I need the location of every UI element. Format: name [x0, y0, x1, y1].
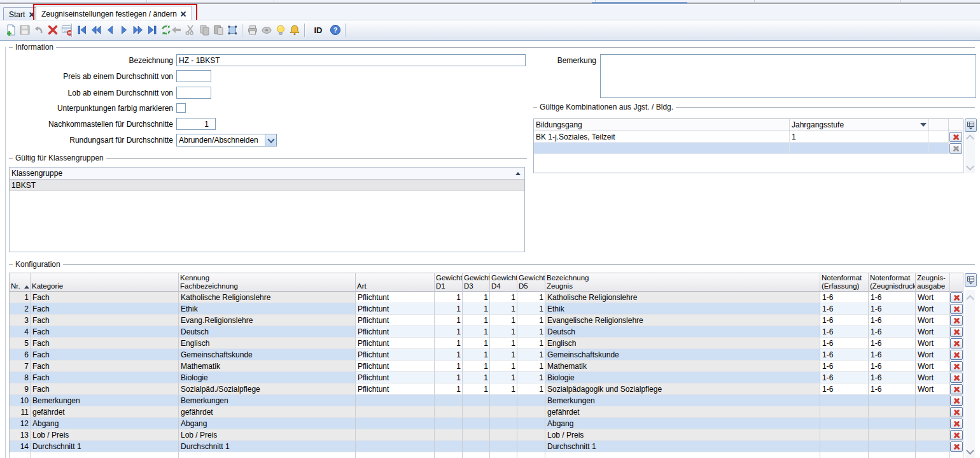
cell-gewicht-d4[interactable]: 1 [490, 361, 517, 372]
bezeichnung-input[interactable] [176, 54, 526, 66]
cell-art[interactable]: Pflichtunt [356, 383, 435, 395]
delete-row-button[interactable] [950, 430, 963, 440]
cell-notenformat-zeugnisdruck[interactable]: 1-6 [869, 349, 916, 361]
delete-row-button[interactable] [950, 338, 963, 348]
cell-gewicht-d4[interactable]: 1 [490, 292, 517, 303]
cell-notenformat-erfassung[interactable]: 1-6 [820, 315, 869, 326]
cell-art[interactable] [356, 406, 435, 418]
cell-gewicht-d1[interactable]: 1 [435, 326, 463, 338]
cell-zeugnisausgabe[interactable] [916, 429, 950, 441]
cell-gewicht-d5[interactable] [517, 429, 545, 441]
nachkommastellen-input[interactable] [176, 118, 216, 130]
tab-close-icon[interactable] [29, 11, 34, 17]
column-header-gewicht-d5[interactable]: Gewicht D5 [517, 273, 545, 292]
table-row[interactable]: BK 1-j.Soziales, Teilzeit1 [534, 131, 963, 143]
cell-notenformat-erfassung[interactable]: 1-6 [820, 383, 869, 395]
scroll-up-icon[interactable] [966, 295, 974, 303]
cell-gewicht-d3[interactable]: 1 [463, 326, 490, 338]
undo-button[interactable] [32, 23, 46, 37]
cell-zeugnisausgabe[interactable]: Wort [916, 338, 950, 349]
nav-forward-button[interactable] [117, 23, 131, 37]
cell-gewicht-d3[interactable] [463, 418, 490, 429]
cut-button[interactable] [183, 23, 197, 37]
cell-art[interactable] [356, 441, 435, 452]
delete-row-button[interactable] [950, 304, 963, 314]
cell-gewicht-d1[interactable]: 1 [435, 361, 463, 372]
cell-zeugnisausgabe[interactable]: Wort [916, 292, 950, 303]
delete-row-button[interactable] [949, 143, 962, 154]
cell-zeugnisausgabe[interactable]: Wort [916, 349, 950, 361]
cell-gewicht-d5[interactable] [517, 406, 545, 418]
scroll-up-icon[interactable] [966, 134, 974, 143]
nav-fast-forward-button[interactable] [131, 23, 145, 37]
cell-gewicht-d1[interactable]: 1 [435, 383, 463, 395]
cell-zeugnisausgabe[interactable]: Wort [916, 326, 950, 338]
cell-zeugnisausgabe[interactable] [916, 418, 950, 429]
table-row[interactable]: 5FachEnglischPflichtunt1111Englisch1-61-… [10, 338, 963, 349]
cell-gewicht-d4[interactable]: 1 [490, 372, 517, 383]
cell-notenformat-erfassung[interactable] [820, 429, 869, 441]
cell-gewicht-d5[interactable]: 1 [517, 338, 545, 349]
lob-input[interactable] [176, 87, 211, 99]
column-header-bildungsgang[interactable]: Bildungsgang [534, 119, 790, 131]
cell-gewicht-d3[interactable]: 1 [463, 383, 490, 395]
cell-gewicht-d3[interactable] [463, 441, 490, 452]
cell-zeugnisausgabe[interactable] [916, 406, 950, 418]
cell-notenformat-zeugnisdruck[interactable]: 1-6 [869, 361, 916, 372]
notification-bell-button[interactable] [288, 23, 302, 37]
cell-art[interactable]: Pflichtunt [356, 315, 435, 326]
cell-zeugnisausgabe[interactable]: Wort [916, 361, 950, 372]
cell-notenformat-zeugnisdruck[interactable] [869, 429, 916, 441]
cell-gewicht-d3[interactable]: 1 [463, 361, 490, 372]
delete-row-button[interactable] [950, 396, 963, 406]
cell-notenformat-zeugnisdruck[interactable]: 1-6 [869, 338, 916, 349]
cell-art[interactable]: Pflichtunt [356, 349, 435, 361]
cell-gewicht-d1[interactable] [435, 418, 463, 429]
cell-notenformat-zeugnisdruck[interactable]: 1-6 [869, 315, 916, 326]
nav-fast-back-button[interactable] [89, 23, 103, 37]
cell-gewicht-d5[interactable]: 1 [517, 372, 545, 383]
delete-row-button[interactable] [950, 373, 963, 383]
cell-gewicht-d4[interactable] [490, 395, 517, 406]
cell-gewicht-d5[interactable]: 1 [517, 303, 545, 315]
id-button[interactable]: ID [309, 23, 327, 37]
cell-notenformat-zeugnisdruck[interactable]: 1-6 [869, 372, 916, 383]
new-record-button[interactable] [4, 23, 18, 37]
delete-row-button[interactable] [949, 132, 962, 142]
table-row[interactable]: 14Durchschnitt 1Durchschnitt 1Durchschni… [10, 441, 963, 452]
column-header-art[interactable]: Art [356, 273, 435, 292]
table-row[interactable]: 8FachBiologiePflichtunt1111Biologie1-61-… [10, 372, 963, 383]
cell-notenformat-erfassung[interactable]: 1-6 [820, 338, 869, 349]
tab-start[interactable]: Start [3, 7, 40, 21]
table-row[interactable]: 9FachSozialpäd./SozialpflegePflichtunt11… [10, 383, 963, 395]
delete-row-button[interactable] [950, 361, 963, 371]
cell-notenformat-erfassung[interactable]: 1-6 [820, 349, 869, 361]
table-row[interactable]: 2FachEthikPflichtunt1111Ethik1-61-6Wort [10, 303, 963, 315]
cell-art[interactable]: Pflichtunt [356, 372, 435, 383]
cell-gewicht-d1[interactable] [435, 429, 463, 441]
cell-gewicht-d3[interactable]: 1 [463, 292, 490, 303]
cell-gewicht-d4[interactable]: 1 [490, 315, 517, 326]
cell-gewicht-d3[interactable]: 1 [463, 349, 490, 361]
delete-button[interactable] [46, 23, 60, 37]
cell-notenformat-zeugnisdruck[interactable]: 1-6 [869, 303, 916, 315]
help-button[interactable]: ? [328, 23, 342, 37]
table-row[interactable]: 7FachMathematikPflichtunt1111Mathematik1… [10, 361, 963, 372]
column-header-kennung[interactable]: Kennung Fachbezeichnung [179, 273, 356, 292]
cell-gewicht-d1[interactable]: 1 [435, 372, 463, 383]
export-disc-button[interactable] [260, 23, 274, 37]
cell-art[interactable] [356, 429, 435, 441]
table-row[interactable]: 10BemerkungenBemerkungenBemerkungen [10, 395, 963, 406]
cell-gewicht-d4[interactable]: 1 [490, 383, 517, 395]
cell-art[interactable] [356, 395, 435, 406]
cell-gewicht-d5[interactable]: 1 [517, 383, 545, 395]
cell-notenformat-erfassung[interactable] [820, 395, 869, 406]
cell-notenformat-erfassung[interactable]: 1-6 [820, 372, 869, 383]
delete-row-button[interactable] [950, 407, 963, 417]
cell-zeugnisausgabe[interactable] [916, 441, 950, 452]
column-header-zeugnisausgabe[interactable]: Zeugnis- ausgabe [916, 273, 950, 292]
scroll-down-icon[interactable] [966, 447, 974, 455]
table-row[interactable]: 6FachGemeinschaftskundePflichtunt1111Gem… [10, 349, 963, 361]
print-button[interactable] [246, 23, 260, 37]
table-row[interactable]: 3FachEvang.ReligionslehrePflichtunt1111E… [10, 315, 963, 326]
